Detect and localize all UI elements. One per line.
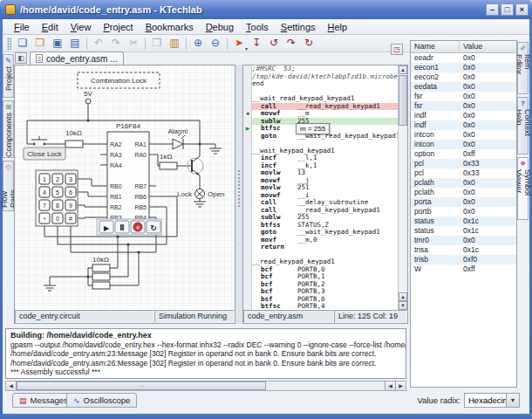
menu-item[interactable]: Tools xyxy=(240,21,275,33)
register-row[interactable]: portb 0x0 xyxy=(411,207,516,216)
column-value[interactable]: Value xyxy=(460,41,516,52)
tab-oscilloscope[interactable]: ∿ Oscilloscope xyxy=(66,393,137,408)
step-over-icon[interactable]: ↷ xyxy=(283,36,300,52)
keypad-key-hash[interactable]: # xyxy=(65,213,76,223)
step-out-icon[interactable]: ↻ xyxy=(300,36,317,52)
register-row[interactable]: indf 0x0 xyxy=(411,120,516,130)
scroll-left-icon[interactable]: ◀ xyxy=(385,381,395,390)
register-row[interactable]: tmr0 0x0 xyxy=(411,236,516,245)
combo-dropdown-icon[interactable]: ▼ xyxy=(506,394,519,407)
register-row[interactable]: porta 0x0 xyxy=(411,197,516,207)
sidebar-tab-flow-parts[interactable]: ◇ Flow Parts xyxy=(3,161,14,211)
keypad-key-7[interactable]: 7 xyxy=(39,200,50,210)
keypad-key-2[interactable]: 2 xyxy=(52,174,63,184)
scroll-right-icon[interactable]: ▶ xyxy=(395,381,406,390)
menu-item[interactable]: Settings xyxy=(275,21,322,33)
undo-icon[interactable]: ↶ xyxy=(90,36,107,52)
menu-item[interactable]: View xyxy=(65,21,98,33)
paste-icon[interactable]: ▥ xyxy=(166,36,183,52)
minimize-button[interactable]: – xyxy=(486,3,499,16)
redo-icon[interactable]: ↷ xyxy=(107,36,125,52)
code-line[interactable]: /tmp/kde-david/ktechlabpTzd1b.microbe xyxy=(252,73,398,81)
register-row[interactable]: intcon 0x0 xyxy=(411,130,516,140)
messages-horizontal-scrollbar[interactable]: ◀ ⋯ ◀ ▶ xyxy=(5,381,406,391)
save-icon[interactable]: ▣ xyxy=(49,36,66,52)
code-line[interactable]: return xyxy=(252,244,398,251)
register-row[interactable]: trisa 0x1c xyxy=(411,245,516,255)
sidebar-tab-item-editor[interactable]: ✐ Item Editor xyxy=(517,42,529,94)
register-row[interactable]: pcl 0x33 xyxy=(411,159,516,168)
register-row[interactable]: fsr 0x0 xyxy=(411,92,516,101)
scroll-left-icon[interactable]: ◀ xyxy=(6,381,17,390)
keypad-key-0[interactable]: 0 xyxy=(52,213,63,223)
close-lock-button[interactable]: Close Lock xyxy=(24,148,65,160)
menu-item[interactable]: Debug xyxy=(200,21,240,33)
sim-pause-button[interactable]: Ⅱ xyxy=(115,221,129,233)
scroll-up-icon[interactable]: ▲ xyxy=(399,292,407,301)
scrollbar-thumb[interactable] xyxy=(399,75,407,126)
menu-item[interactable]: File xyxy=(8,21,36,33)
keypad-key-4[interactable]: 4 xyxy=(39,187,50,197)
sidebar-tab-context-help[interactable]: ? Context Help xyxy=(517,97,529,155)
editor-vertical-scrollbar[interactable]: ▲ ▲ ▼ xyxy=(398,65,407,310)
register-row[interactable]: option 0xff xyxy=(411,149,516,159)
keypad-key-3[interactable]: 3 xyxy=(65,174,76,184)
toolbar-grip[interactable] xyxy=(7,38,11,50)
menu-item[interactable]: Help xyxy=(322,21,354,33)
register-row[interactable]: eecon2 0x0 xyxy=(411,72,516,82)
column-name[interactable]: Name xyxy=(411,41,460,52)
keypad-key-9[interactable]: 9 xyxy=(65,200,76,210)
menu-item[interactable]: Edit xyxy=(36,21,65,33)
register-row[interactable]: status 0x1c xyxy=(411,216,516,226)
zoom-out-icon[interactable]: ⊖ xyxy=(207,36,224,52)
run-debug-icon[interactable]: ➤▾ xyxy=(230,36,248,52)
code-line[interactable]: end xyxy=(252,80,398,88)
register-row[interactable]: pcl 0x33 xyxy=(411,168,516,178)
build-messages-output[interactable]: Building: /home/david/code_entry.hexgpas… xyxy=(5,328,406,379)
sim-reset-button[interactable]: ↻ xyxy=(147,221,160,233)
maximize-button[interactable]: □ xyxy=(501,3,514,16)
keypad-key-8[interactable]: 8 xyxy=(52,200,63,210)
code-line[interactable]: btfscPORTB,4 xyxy=(252,303,398,310)
menu-item[interactable]: Bookmarks xyxy=(140,21,200,33)
tab-corner-button[interactable]: ◧ xyxy=(15,52,27,64)
copy-icon[interactable]: ❐ xyxy=(148,36,166,52)
register-row[interactable]: eecon1 0x0 xyxy=(411,63,516,72)
keypad-key-star[interactable]: * xyxy=(39,213,50,223)
cut-icon[interactable]: ✂ xyxy=(125,36,142,52)
open-file-icon[interactable]: ❒ xyxy=(31,36,49,52)
register-row[interactable]: pclath 0x0 xyxy=(411,178,516,188)
menu-item[interactable]: Project xyxy=(97,21,139,33)
register-row[interactable]: eedata 0x0 xyxy=(411,82,516,92)
tab-code-entry-asm[interactable]: code_entry.asm ... xyxy=(30,52,124,65)
scroll-up-icon[interactable]: ▲ xyxy=(399,65,407,74)
detach-tab-button[interactable]: ◳ xyxy=(391,44,403,55)
register-row[interactable]: fsr 0x0 xyxy=(411,101,516,111)
sim-stop-button[interactable]: ✕ xyxy=(131,221,145,233)
step-icon[interactable]: ↺ xyxy=(265,36,283,52)
register-row[interactable]: indf 0x0 xyxy=(411,111,516,120)
register-row[interactable]: status 0x1c xyxy=(411,226,516,236)
value-radix-select[interactable]: Hexadecimal ▼ xyxy=(464,393,520,408)
sidebar-tab-components[interactable]: ⊞ Components xyxy=(3,100,14,158)
zoom-in-icon[interactable]: ⊕ xyxy=(189,36,207,52)
keypad-key-1[interactable]: 1 xyxy=(39,174,50,184)
register-row[interactable]: eeadr 0x0 xyxy=(411,53,516,63)
title-bar[interactable]: /home/david/code_entry.asm - KTechlab – … xyxy=(0,0,532,19)
sim-play-button[interactable]: ▶ xyxy=(99,221,113,233)
pic-chip[interactable]: P16F84 RA2 RA3 RA4 RB0 RB1 RB2 RB3 RA1 R… xyxy=(100,122,156,223)
keypad-key-6[interactable]: 6 xyxy=(65,187,76,197)
splitter-handle[interactable] xyxy=(235,65,242,324)
sidebar-tab-project[interactable]: ✎ Project xyxy=(3,54,14,98)
hscrollbar-thumb[interactable]: ⋯ xyxy=(17,381,266,390)
new-file-icon[interactable]: ❏ xyxy=(14,36,31,52)
circuit-canvas[interactable]: Combination Lock 5V Close Lock 10kΩ xyxy=(15,65,235,310)
register-row[interactable]: W 0xff xyxy=(411,264,516,274)
register-row[interactable]: intcon 0x0 xyxy=(411,140,516,149)
step-into-icon[interactable]: ↧ xyxy=(248,36,265,52)
keypad-key-5[interactable]: 5 xyxy=(52,187,63,197)
editor-gutter[interactable] xyxy=(243,65,252,310)
register-table-header[interactable]: Name Value xyxy=(411,41,516,53)
sidebar-tab-symbol-viewer[interactable]: ❖ Symbol Viewer xyxy=(517,157,529,220)
breakpoint-marker[interactable] xyxy=(243,103,252,111)
